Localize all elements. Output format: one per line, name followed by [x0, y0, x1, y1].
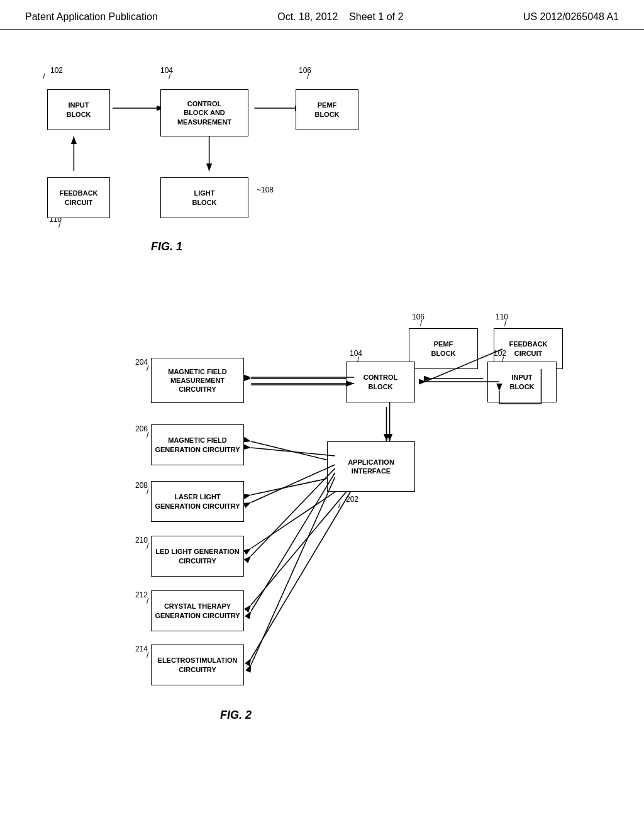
ref-108: ~108: [257, 185, 274, 194]
block-feedback: FEEDBACKCIRCUIT: [47, 177, 110, 218]
fig2-container: 106 / PEMFBLOCK 110 / FEEDBACKCIRCUIT 10…: [13, 306, 631, 822]
ref-106-slash: /: [307, 72, 309, 81]
block2-control: CONTROLBLOCK: [346, 362, 415, 402]
fig2-label: FIG. 2: [220, 709, 252, 722]
ref2-106-slash: /: [420, 319, 422, 328]
ref2-210-slash: /: [147, 542, 148, 551]
header-center: Oct. 18, 2012 Sheet 1 of 2: [277, 11, 403, 23]
block2-pemf: PEMFBLOCK: [409, 328, 478, 369]
block-light: LIGHTBLOCK: [160, 177, 248, 218]
ref2-206-slash: /: [147, 431, 148, 440]
svg-line-24: [251, 465, 335, 502]
block2-crystal: CRYSTAL THERAPYGENERATION CIRCUITRY: [151, 590, 244, 631]
block-pemf: PEMFBLOCK: [296, 89, 358, 130]
ref-102: 102: [50, 66, 63, 75]
block2-led: LED LIGHT GENERATIONCIRCUITRY: [151, 536, 244, 577]
block2-electro: ELECTROSTIMULATIONCIRCUITRY: [151, 645, 244, 685]
block2-input: INPUTBLOCK: [487, 362, 557, 402]
svg-line-27: [251, 477, 335, 665]
block2-laser: LASER LIGHTGENERATION CIRCUITRY: [151, 481, 244, 522]
ref2-202: 202: [346, 495, 358, 504]
ref2-204-slash: /: [147, 364, 148, 373]
header-date: Oct. 18, 2012: [277, 11, 338, 22]
block2-app-interface: APPLICATIONINTERFACE: [327, 441, 415, 492]
ref2-208-slash: /: [147, 487, 148, 496]
fig1-area: 102 / INPUTBLOCK 104 / CONTROLBLOCK ANDM…: [0, 30, 644, 830]
fig1-label: FIG. 1: [151, 240, 182, 253]
ref-110-slash: /: [58, 221, 60, 230]
ref2-212-slash: /: [147, 597, 148, 606]
header-left: Patent Application Publication: [25, 11, 158, 23]
block-control: CONTROLBLOCK ANDMEASUREMENT: [160, 89, 248, 136]
header-sheet: Sheet 1 of 2: [349, 11, 403, 22]
ref-102-slash: /: [43, 72, 45, 81]
ref-104-slash: /: [169, 72, 170, 81]
fig1-container: 102 / INPUTBLOCK 104 / CONTROLBLOCK ANDM…: [13, 55, 631, 294]
svg-line-25: [251, 468, 335, 556]
svg-line-26: [251, 473, 335, 611]
ref-104: 104: [160, 66, 173, 75]
page-header: Patent Application Publication Oct. 18, …: [0, 0, 644, 30]
block2-mag-gen: MAGNETIC FIELDGENERATION CIRCUITRY: [151, 424, 244, 465]
header-right: US 2012/0265048 A1: [523, 11, 619, 23]
ref2-202-slash: /: [338, 501, 340, 510]
svg-line-13: [251, 485, 354, 658]
ref2-106: 106: [412, 313, 425, 321]
ref-106: 106: [299, 66, 311, 75]
block-input: INPUTBLOCK: [47, 89, 110, 130]
ref2-102: 102: [494, 349, 506, 358]
ref2-104: 104: [350, 349, 362, 358]
ref2-214-slash: /: [147, 651, 148, 660]
block2-mag-measure: MAGNETIC FIELDMEASUREMENTCIRCUITRY: [151, 358, 244, 403]
svg-line-23: [251, 448, 335, 456]
ref2-110-slash: /: [504, 319, 506, 328]
